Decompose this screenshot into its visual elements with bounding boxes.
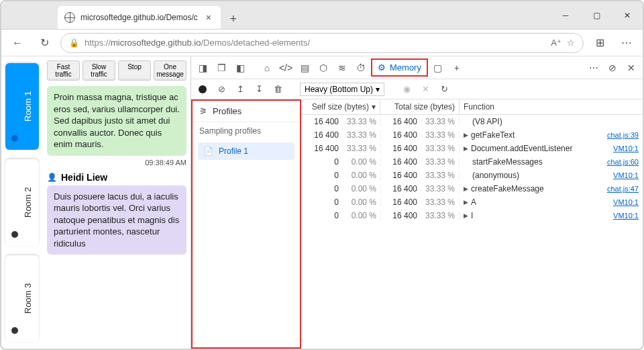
application-tab-icon[interactable]: ▢	[429, 59, 447, 77]
function-name: createFakeMessage	[471, 184, 604, 193]
expand-icon[interactable]: ▶	[464, 145, 468, 152]
welcome-tab-icon[interactable]: ⌂	[258, 59, 276, 77]
tab-close-icon[interactable]: ×	[203, 12, 214, 23]
chevron-down-icon: ▾	[376, 85, 380, 94]
col-self-size[interactable]: Self size (bytes)▾	[301, 99, 380, 114]
clear-button[interactable]: ⊘	[214, 82, 229, 97]
favorite-icon[interactable]: ☆	[567, 38, 575, 48]
more-tools-icon[interactable]: ⋯	[585, 59, 602, 77]
back-button[interactable]: ←	[7, 32, 28, 54]
room-status-dot	[12, 327, 19, 334]
expand-icon[interactable]: ▶	[464, 199, 468, 206]
table-row[interactable]: 00.00 %16 40033.33 %▶AVM10:1	[301, 195, 643, 209]
eye-icon[interactable]: ◉	[399, 82, 414, 97]
elements-tab-icon[interactable]: </>	[277, 59, 294, 77]
traffic-button[interactable]: Onemessage	[154, 60, 186, 81]
memory-tab-label: Memory	[390, 62, 421, 73]
self-bytes: 0	[308, 184, 339, 193]
profile-table: Self size (bytes)▾ Total size (bytes) Fu…	[301, 99, 643, 349]
chat-message: Duis posuere lacus dui, a iaculis mauris…	[47, 185, 186, 255]
table-row[interactable]: 00.00 %16 40033.33 %▶createFakeMessagech…	[301, 182, 643, 195]
memory-tab[interactable]: ⚙ Memory	[371, 58, 428, 77]
col-total-size[interactable]: Total size (bytes)	[380, 99, 460, 114]
performance-tab-icon[interactable]: ⏱	[352, 59, 370, 77]
room-tab[interactable]: Room 3	[5, 255, 39, 342]
profiles-title: Profiles	[213, 106, 241, 116]
app-panel: Room 1Room 2Room 3 FasttrafficSlowtraffi…	[1, 56, 191, 349]
profile-item[interactable]: 📄 Profile 1	[198, 142, 294, 160]
function-name: A	[471, 198, 610, 207]
url-text: https://microsoftedge.github.io/Demos/de…	[85, 38, 545, 48]
memory-toolbar: ⊘ ↥ ↧ 🗑 Heavy (Bottom Up) ▾ ◉ ✕ ↻	[191, 79, 643, 99]
traffic-button[interactable]: Slowtraffic	[83, 60, 115, 81]
total-pct: 33.33 %	[424, 157, 455, 167]
inspect-icon[interactable]: ◨	[194, 59, 211, 77]
room-label: Room 2	[23, 187, 33, 218]
device-icon[interactable]: ❐	[213, 59, 230, 77]
source-link[interactable]: chat.js:47	[607, 185, 639, 193]
read-aloud-icon[interactable]: A⁺	[551, 38, 561, 48]
load-button[interactable]: ↥	[233, 82, 248, 97]
profiles-category: Sampling profiles	[193, 122, 300, 140]
record-button[interactable]	[195, 82, 210, 97]
cancel-icon[interactable]: ✕	[418, 82, 433, 97]
total-pct: 33.33 %	[424, 171, 455, 180]
expand-icon[interactable]: ▶	[464, 212, 468, 219]
self-pct: 33.33 %	[345, 117, 376, 126]
source-link[interactable]: VM10:1	[613, 171, 639, 179]
room-tab[interactable]: Room 2	[5, 159, 39, 246]
gc-button[interactable]: ↻	[437, 82, 451, 97]
network-tab-icon[interactable]: ≋	[333, 59, 351, 77]
site-info-icon[interactable]: 🔒	[69, 38, 79, 48]
table-row[interactable]: 00.00 %16 40033.33 %(anonymous)VM10:1	[301, 169, 643, 182]
titlebar: microsoftedge.github.io/Demos/c × + ─ ▢ …	[1, 1, 643, 30]
self-bytes: 0	[308, 198, 339, 207]
source-link[interactable]: chat.js:60	[607, 158, 639, 166]
add-tab-icon[interactable]: +	[448, 59, 466, 77]
expand-icon[interactable]: ▶	[464, 132, 468, 138]
new-tab-button[interactable]: +	[223, 9, 244, 29]
filter-icon[interactable]: ⚞	[199, 106, 207, 116]
total-bytes: 16 400	[386, 211, 417, 220]
total-bytes: 16 400	[386, 130, 417, 140]
refresh-button[interactable]: ↻	[34, 32, 55, 54]
sort-icon: ▾	[372, 102, 376, 112]
view-dropdown[interactable]: Heavy (Bottom Up) ▾	[300, 83, 384, 96]
tab-title: microsoftedge.github.io/Demos/c	[80, 13, 198, 22]
room-tab[interactable]: Room 1	[5, 63, 39, 150]
profile-icon: 📄	[203, 146, 213, 156]
expand-icon[interactable]: ▶	[464, 185, 468, 192]
sources-tab-icon[interactable]: ⬡	[315, 59, 332, 77]
source-link[interactable]: VM10:1	[613, 144, 639, 152]
self-bytes: 0	[308, 211, 339, 220]
delete-button[interactable]: 🗑	[270, 82, 285, 97]
more-icon[interactable]: ⋯	[616, 32, 637, 54]
issues-icon[interactable]: ⊘	[604, 59, 621, 77]
close-devtools-icon[interactable]: ✕	[623, 59, 640, 77]
table-row[interactable]: 00.00 %16 40033.33 %▶IVM10:1	[301, 209, 643, 222]
source-link[interactable]: VM10:1	[613, 198, 639, 206]
source-link[interactable]: chat.js:39	[607, 131, 639, 139]
traffic-button[interactable]: Fasttraffic	[47, 60, 80, 81]
table-row[interactable]: 00.00 %16 40033.33 %startFakeMessagescha…	[301, 155, 643, 169]
room-status-dot	[12, 231, 19, 238]
table-row[interactable]: 16 40033.33 %16 40033.33 %▶getFakeTextch…	[301, 128, 643, 142]
maximize-button[interactable]: ▢	[581, 1, 612, 29]
source-link[interactable]: VM10:1	[613, 212, 639, 220]
dock-icon[interactable]: ◧	[231, 59, 249, 77]
minimize-button[interactable]: ─	[550, 1, 581, 29]
total-pct: 33.33 %	[424, 211, 455, 220]
col-function[interactable]: Function	[460, 99, 643, 114]
browser-tab[interactable]: microsoftedge.github.io/Demos/c ×	[58, 6, 221, 29]
table-row[interactable]: 16 40033.33 %16 40033.33 %(V8 API)	[301, 115, 643, 128]
function-name: getFakeText	[471, 130, 604, 140]
url-input[interactable]: 🔒 https://microsoftedge.github.io/Demos/…	[60, 33, 584, 53]
total-bytes: 16 400	[386, 117, 417, 126]
self-bytes: 0	[308, 157, 339, 167]
table-row[interactable]: 16 40033.33 %16 40033.33 %▶Document.addE…	[301, 142, 643, 155]
traffic-button[interactable]: Stop	[118, 60, 151, 81]
console-tab-icon[interactable]: ▤	[296, 59, 313, 77]
extensions-icon[interactable]: ⊞	[589, 32, 610, 54]
save-button[interactable]: ↧	[252, 82, 266, 97]
close-window-button[interactable]: ✕	[612, 1, 643, 29]
